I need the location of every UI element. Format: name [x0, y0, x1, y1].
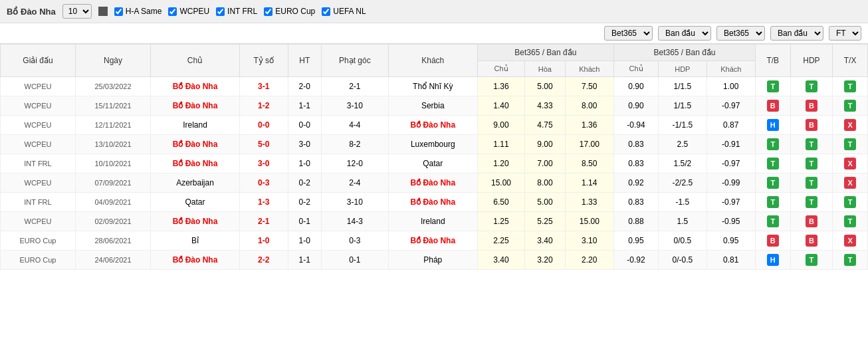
cell-home: Ireland [151, 116, 240, 135]
cell-odds2-hdp: -1/1.5 [659, 116, 707, 135]
cell-odds2-hdp: 0/0.5 [659, 231, 707, 251]
ft-select[interactable]: FT [829, 26, 861, 41]
th-odds-group2: Bet365 / Ban đầu [614, 45, 756, 61]
cell-odds2-hdp: -1.5 [659, 193, 707, 212]
cell-odds1-home: 6.50 [477, 193, 524, 212]
cell-score: 1-0 [240, 231, 288, 251]
cell-away: Bồ Đào Nha [388, 173, 477, 193]
cell-date: 24/06/2021 [75, 251, 150, 270]
table-row: WCPEU 13/10/2021 Bồ Đào Nha 5-0 3-0 8-2 … [1, 135, 868, 154]
cell-odds2-away: -0.97 [706, 96, 755, 116]
controls-bar: Bet365 Ban đầu Bet365 Ban đầu FT [0, 23, 868, 44]
cell-away: Qatar [388, 154, 477, 173]
cell-odds1-home: 1.20 [477, 154, 524, 173]
cell-odds2-home: 0.90 [614, 96, 659, 116]
cell-tb: B [755, 231, 790, 251]
cell-hdp: T [790, 193, 833, 212]
th-home: Chủ [151, 45, 240, 77]
th-league: Giải đấu [1, 45, 76, 77]
table-row: INT FRL 10/10/2021 Bồ Đào Nha 3-0 1-0 12… [1, 154, 868, 173]
cell-league: WCPEU [1, 77, 76, 96]
cell-corners: 4-4 [321, 116, 388, 135]
cell-odds1-away: 15.00 [565, 212, 613, 231]
cell-away: Pháp [388, 251, 477, 270]
cell-ht: 0-2 [288, 193, 321, 212]
uefanl-checkbox-label[interactable]: UEFA NL [322, 7, 366, 16]
eurocup-checkbox[interactable] [264, 7, 272, 16]
cell-corners: 2-1 [321, 77, 388, 96]
th-odds1-draw: Hòa [525, 61, 565, 77]
odds-type-1[interactable]: Ban đầu [658, 26, 711, 41]
cell-hdp: B [790, 96, 833, 116]
cell-league: INT FRL [1, 154, 76, 173]
cell-away: Thổ Nhĩ Kỳ [388, 77, 477, 96]
eurocup-checkbox-label[interactable]: EURO Cup [264, 7, 315, 16]
count-select[interactable]: 10 [62, 4, 92, 19]
cell-odds1-draw: 5.00 [525, 77, 565, 96]
cell-odds2-away: -0.97 [706, 154, 755, 173]
cell-score: 2-1 [240, 212, 288, 231]
cell-ht: 1-1 [288, 251, 321, 270]
cell-corners: 3-10 [321, 96, 388, 116]
cell-away: Luxembourg [388, 135, 477, 154]
th-tb: T/B [755, 45, 790, 77]
cell-tx: X [833, 231, 868, 251]
cell-ht: 3-0 [288, 135, 321, 154]
cell-hdp: B [790, 212, 833, 231]
cell-score: 0-0 [240, 116, 288, 135]
cell-date: 04/09/2021 [75, 193, 150, 212]
cell-hdp: T [790, 251, 833, 270]
cell-away: Bồ Đào Nha [388, 231, 477, 251]
cell-odds2-home: -0.92 [614, 251, 659, 270]
cell-ht: 0-1 [288, 212, 321, 231]
ha-same-label[interactable]: H-A Same [114, 7, 162, 16]
th-odds2-hdp: HDP [659, 61, 707, 77]
odds-provider-1[interactable]: Bet365 [604, 26, 653, 41]
th-corners: Phạt góc [321, 45, 388, 77]
cell-tb: T [755, 173, 790, 193]
cell-odds1-home: 1.36 [477, 77, 524, 96]
cell-tx: T [833, 193, 868, 212]
cell-date: 13/10/2021 [75, 135, 150, 154]
cell-away: Bồ Đào Nha [388, 116, 477, 135]
odds-provider-2[interactable]: Bet365 [716, 26, 765, 41]
cell-hdp: T [790, 154, 833, 173]
cell-odds1-draw: 3.40 [525, 231, 565, 251]
th-score: Tỷ số [240, 45, 288, 77]
table-row: WCPEU 02/09/2021 Bồ Đào Nha 2-1 0-1 14-3… [1, 212, 868, 231]
uefanl-checkbox[interactable] [322, 7, 330, 16]
matches-table: Giải đấu Ngày Chủ Tỷ số HT Phạt góc Khác… [0, 44, 868, 270]
cell-odds2-away: -0.99 [706, 173, 755, 193]
ha-same-checkbox[interactable] [114, 7, 123, 16]
wcpeu-checkbox[interactable] [168, 7, 177, 16]
th-odds2-home: Chủ [614, 61, 659, 77]
cell-league: INT FRL [1, 193, 76, 212]
cell-tb: T [755, 77, 790, 96]
cell-odds1-home: 2.25 [477, 231, 524, 251]
cell-league: WCPEU [1, 135, 76, 154]
cell-tx: X [833, 116, 868, 135]
cell-home: Qatar [151, 193, 240, 212]
cell-odds1-home: 3.40 [477, 251, 524, 270]
cell-corners: 12-0 [321, 154, 388, 173]
wcpeu-checkbox-label[interactable]: WCPEU [168, 7, 209, 16]
th-odds1-away: Khách [565, 61, 613, 77]
cell-home: Bỉ [151, 231, 240, 251]
cell-odds1-draw: 5.00 [525, 193, 565, 212]
cell-odds1-home: 1.25 [477, 212, 524, 231]
cell-odds2-hdp: 1/1.5 [659, 77, 707, 96]
cell-odds1-away: 1.14 [565, 173, 613, 193]
cell-tb: T [755, 154, 790, 173]
odds-type-2[interactable]: Ban đầu [770, 26, 823, 41]
cell-date: 12/11/2021 [75, 116, 150, 135]
cell-date: 25/03/2022 [75, 77, 150, 96]
cell-ht: 1-1 [288, 96, 321, 116]
intfrl-checkbox-label[interactable]: INT FRL [216, 7, 257, 16]
cell-home: Bồ Đào Nha [151, 96, 240, 116]
cell-league: WCPEU [1, 173, 76, 193]
cell-odds1-away: 8.50 [565, 154, 613, 173]
table-row: WCPEU 12/11/2021 Ireland 0-0 0-0 4-4 Bồ … [1, 116, 868, 135]
cell-odds1-home: 15.00 [477, 173, 524, 193]
cell-odds2-home: 0.95 [614, 231, 659, 251]
intfrl-checkbox[interactable] [216, 7, 225, 16]
